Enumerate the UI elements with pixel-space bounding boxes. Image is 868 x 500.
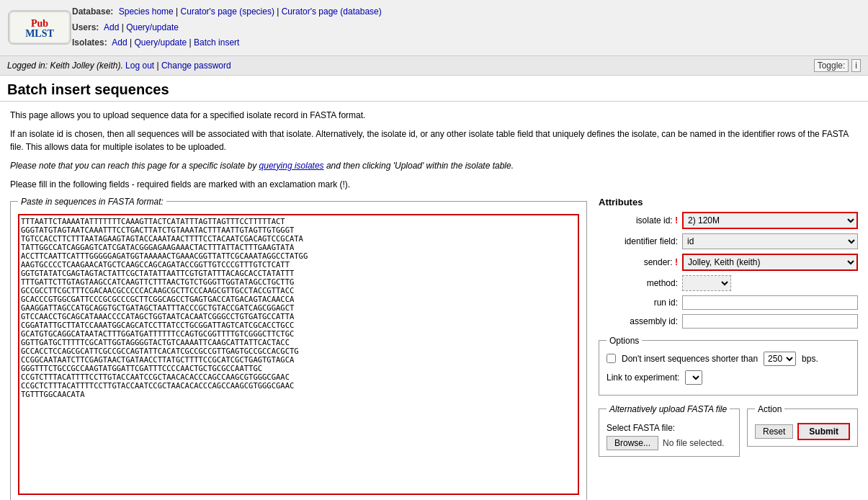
- run-id-field[interactable]: [682, 295, 858, 310]
- form-area: Paste in sequences in FASTA format: Attr…: [10, 197, 858, 500]
- file-select-row: Select FASTA file:: [607, 423, 732, 433]
- identifier-field-input: id: [682, 233, 858, 249]
- fasta-panel: Paste in sequences in FASTA format:: [10, 197, 587, 500]
- header-links: Database: Species home | Curator's page …: [72, 4, 382, 51]
- isolates-query-link[interactable]: Query/update: [135, 37, 187, 48]
- identifier-field-row: identifier field: id: [599, 233, 858, 249]
- upload-section: Alternatively upload FASTA file Select F…: [599, 404, 858, 457]
- min-length-select[interactable]: 100 150 200 250 300: [764, 352, 796, 366]
- browse-button[interactable]: Browse...: [607, 436, 658, 450]
- curators-species-link[interactable]: Curator's page (species): [181, 6, 274, 17]
- toggle-control: Toggle: i: [814, 59, 861, 72]
- description-para4: Please fill in the following fields - re…: [10, 178, 858, 191]
- method-row: method: Sanger 454 Illumina: [599, 275, 858, 291]
- upload-legend: Alternatively upload FASTA file: [607, 404, 730, 414]
- action-box: Action Reset Submit: [747, 404, 858, 447]
- login-bar: Logged in: Keith Jolley (keith). Log out…: [0, 56, 868, 76]
- select-file-label: Select FASTA file:: [607, 423, 675, 433]
- sender-input: Jolley, Keith (keith): [682, 254, 858, 271]
- description-para3: Please note that you can reach this page…: [10, 159, 858, 172]
- description-para1: This page allows you to upload sequence …: [10, 109, 858, 122]
- assembly-id-row: assembly id:: [599, 314, 858, 329]
- curators-database-link[interactable]: Curator's page (database): [282, 6, 382, 17]
- svg-text:Pub: Pub: [31, 18, 48, 29]
- isolate-id-row: isolate id: ! 2) 120M: [599, 212, 858, 229]
- run-id-label: run id:: [599, 298, 678, 308]
- species-home-link[interactable]: Species home: [119, 6, 174, 17]
- link-experiment-select[interactable]: [685, 370, 702, 385]
- users-query-link[interactable]: Query/update: [126, 22, 179, 32]
- page-title: Batch insert sequences: [7, 81, 861, 98]
- link-experiment-row: Link to experiment:: [607, 370, 850, 385]
- isolate-id-input: 2) 120M: [682, 212, 858, 229]
- upload-box: Alternatively upload FASTA file Select F…: [599, 404, 740, 457]
- reset-button[interactable]: Reset: [755, 424, 793, 439]
- identifier-field-label: identifier field:: [599, 236, 678, 246]
- method-input: Sanger 454 Illumina: [682, 275, 858, 291]
- right-panel: Attributes isolate id: ! 2) 120M identif…: [599, 197, 858, 500]
- method-select[interactable]: Sanger 454 Illumina: [682, 275, 731, 291]
- identifier-field-select[interactable]: id: [682, 233, 858, 249]
- dont-insert-checkbox[interactable]: [607, 354, 616, 363]
- browse-row: Browse... No file selected.: [607, 436, 732, 450]
- sender-select[interactable]: Jolley, Keith (keith): [682, 254, 858, 271]
- no-file-text: No file selected.: [663, 438, 724, 448]
- page-title-section: Batch insert sequences: [0, 76, 868, 102]
- change-password-link[interactable]: Change password: [161, 61, 231, 71]
- logo: Pub MLST: [7, 9, 72, 45]
- description-para2: If an isolate id is chosen, then all seq…: [10, 128, 858, 153]
- users-add-link[interactable]: Add: [104, 22, 119, 32]
- isolate-id-select[interactable]: 2) 120M: [682, 212, 858, 229]
- isolates-batch-link[interactable]: Batch insert: [194, 37, 239, 48]
- run-id-row: run id:: [599, 295, 858, 310]
- attributes-title: Attributes: [599, 197, 858, 207]
- run-id-input: [682, 295, 858, 310]
- isolates-label: Isolates:: [72, 37, 107, 48]
- assembly-id-label: assembly id:: [599, 316, 678, 326]
- assembly-id-input: [682, 314, 858, 329]
- submit-button[interactable]: Submit: [797, 423, 850, 440]
- users-label: Users:: [72, 22, 99, 32]
- isolate-id-label: isolate id: !: [599, 215, 678, 226]
- sender-row: sender: ! Jolley, Keith (keith): [599, 254, 858, 271]
- logout-link[interactable]: Log out: [125, 61, 154, 71]
- dont-insert-label: Don't insert sequences shorter than: [622, 354, 758, 364]
- options-legend: Options: [607, 336, 642, 346]
- main-content: This page allows you to upload sequence …: [0, 102, 868, 500]
- login-info: Logged in: Keith Jolley (keith). Log out…: [7, 61, 231, 71]
- fasta-legend: Paste in sequences in FASTA format:: [18, 197, 166, 207]
- fasta-textarea[interactable]: [18, 214, 579, 495]
- sender-label: sender: !: [599, 257, 678, 267]
- assembly-id-field[interactable]: [682, 314, 858, 329]
- svg-text:MLST: MLST: [25, 28, 54, 39]
- isolates-add-link[interactable]: Add: [112, 37, 127, 48]
- link-experiment-label: Link to experiment:: [607, 372, 679, 383]
- header: Pub MLST Database: Species home | Curato…: [0, 0, 868, 56]
- toggle-icon[interactable]: i: [851, 59, 861, 72]
- database-label: Database:: [72, 6, 113, 17]
- querying-isolates-link[interactable]: querying isolates: [259, 161, 324, 171]
- method-label: method:: [599, 278, 678, 288]
- options-section: Options Don't insert sequences shorter t…: [599, 336, 858, 396]
- bps-label: bps.: [802, 354, 818, 364]
- toggle-label: Toggle:: [814, 59, 849, 72]
- logged-in-text: Logged in: Keith Jolley (keith).: [7, 61, 123, 71]
- dont-insert-row: Don't insert sequences shorter than 100 …: [607, 352, 850, 366]
- attributes-section: Attributes isolate id: ! 2) 120M identif…: [599, 197, 858, 329]
- action-legend: Action: [755, 404, 784, 414]
